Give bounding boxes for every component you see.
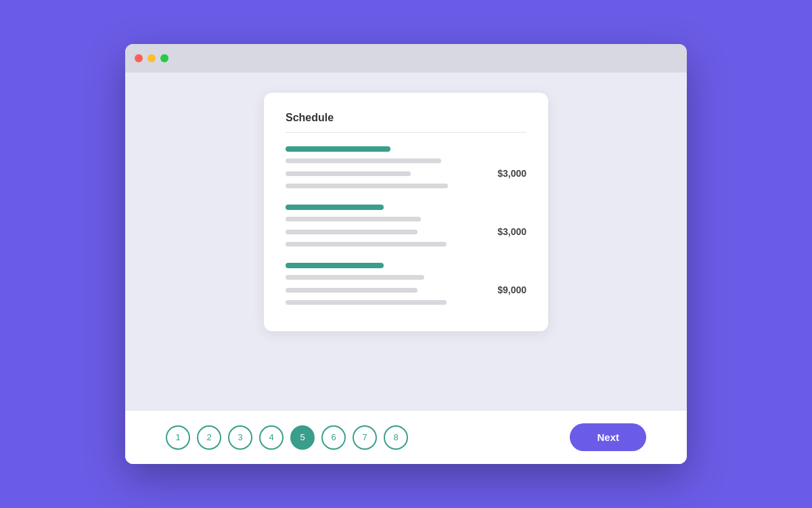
page-btn-8[interactable]: 8 <box>384 425 408 450</box>
gray-bar-2-2 <box>286 230 418 234</box>
pagination: 1 2 3 4 5 6 7 8 <box>166 425 408 450</box>
schedule-section-1: $3,000 <box>286 146 526 188</box>
gray-bar-2-3 <box>286 242 447 247</box>
page-btn-4[interactable]: 4 <box>259 425 284 450</box>
gray-bar-3-1 <box>286 275 424 280</box>
browser-content: Schedule $3,000 $3,000 <box>125 72 687 410</box>
schedule-section-2: $3,000 <box>286 205 526 247</box>
page-btn-3[interactable]: 3 <box>228 425 252 450</box>
gray-bar-3-3 <box>286 300 447 305</box>
gray-bar-2-1 <box>286 217 421 221</box>
bottom-navigation: 1 2 3 4 5 6 7 8 Next <box>125 410 687 464</box>
gray-bar-1-3 <box>286 184 448 188</box>
close-button-icon[interactable] <box>135 54 143 62</box>
maximize-button-icon[interactable] <box>160 54 168 62</box>
card-title: Schedule <box>286 112 526 124</box>
gray-bar-1-2 <box>286 171 411 176</box>
browser-window: Schedule $3,000 $3,000 <box>125 44 687 464</box>
card-divider <box>286 132 526 133</box>
page-btn-5[interactable]: 5 <box>290 425 315 450</box>
amount-1: $3,000 <box>497 168 526 179</box>
green-bar-1 <box>286 146 390 152</box>
green-bar-3 <box>286 263 384 268</box>
schedule-section-3: $9,000 <box>286 263 526 305</box>
page-btn-2[interactable]: 2 <box>197 425 221 450</box>
page-btn-1[interactable]: 1 <box>166 425 190 450</box>
next-button[interactable]: Next <box>570 423 646 451</box>
amount-3: $9,000 <box>497 284 526 295</box>
amount-row-3: $9,000 <box>286 284 526 295</box>
page-btn-7[interactable]: 7 <box>353 425 377 450</box>
amount-2: $3,000 <box>497 226 526 237</box>
schedule-card: Schedule $3,000 $3,000 <box>264 93 548 331</box>
gray-bar-1-1 <box>286 158 441 163</box>
title-bar <box>125 44 687 72</box>
gray-bar-3-2 <box>286 288 418 293</box>
amount-row-1: $3,000 <box>286 168 526 179</box>
minimize-button-icon[interactable] <box>148 54 156 62</box>
amount-row-2: $3,000 <box>286 226 526 237</box>
page-btn-6[interactable]: 6 <box>321 425 346 450</box>
traffic-lights <box>135 54 168 62</box>
green-bar-2 <box>286 205 384 210</box>
